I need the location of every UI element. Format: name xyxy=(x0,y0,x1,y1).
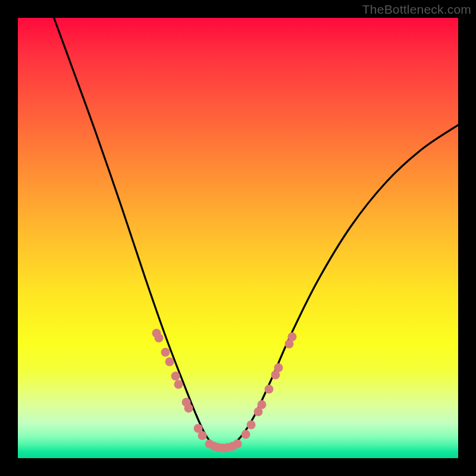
curve-layer xyxy=(18,18,458,458)
data-marker xyxy=(184,404,193,413)
curve-markers xyxy=(152,329,297,453)
data-marker xyxy=(198,431,207,440)
data-marker xyxy=(161,348,170,357)
data-marker xyxy=(242,430,250,439)
chart-frame: TheBottleneck.com xyxy=(0,0,476,476)
plot-area xyxy=(18,18,458,458)
data-marker xyxy=(288,333,297,342)
bottleneck-curve xyxy=(52,18,458,446)
data-marker xyxy=(265,385,274,394)
data-marker xyxy=(247,421,256,430)
data-marker xyxy=(155,334,164,343)
data-marker xyxy=(233,440,242,449)
data-marker xyxy=(165,358,174,367)
data-marker xyxy=(258,400,267,409)
data-marker xyxy=(174,380,183,389)
data-marker xyxy=(274,364,283,372)
watermark-text: TheBottleneck.com xyxy=(362,2,471,17)
data-marker xyxy=(171,372,180,381)
